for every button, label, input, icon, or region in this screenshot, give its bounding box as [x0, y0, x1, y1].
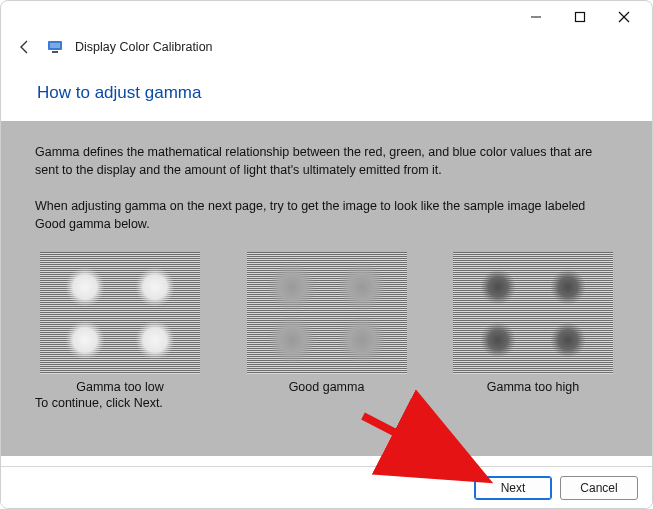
svg-point-18 [338, 263, 386, 311]
continue-instruction: To continue, click Next. [35, 394, 618, 412]
svg-point-20 [338, 316, 386, 364]
svg-rect-1 [576, 13, 585, 22]
svg-rect-16 [247, 252, 407, 374]
svg-point-12 [65, 320, 105, 360]
sample-gamma-good: Good gamma [242, 252, 412, 394]
intro-paragraph-1: Gamma defines the mathematical relations… [35, 143, 618, 179]
gamma-samples-row: Gamma too low [35, 252, 618, 394]
page-heading: How to adjust gamma [1, 63, 652, 121]
svg-point-19 [268, 316, 316, 364]
sample-gamma-low-image [40, 252, 200, 374]
back-arrow-icon[interactable] [15, 37, 35, 57]
sample-gamma-good-caption: Good gamma [242, 380, 412, 394]
sample-gamma-high-image [453, 252, 613, 374]
sample-gamma-high-caption: Gamma too high [448, 380, 618, 394]
sample-gamma-low-caption: Gamma too low [35, 380, 205, 394]
svg-point-13 [135, 320, 175, 360]
next-button[interactable]: Next [474, 476, 552, 500]
svg-rect-9 [40, 252, 200, 374]
sample-gamma-low: Gamma too low [35, 252, 205, 394]
svg-point-11 [135, 267, 175, 307]
window-title: Display Color Calibration [75, 40, 213, 54]
content-area: Gamma defines the mathematical relations… [1, 121, 652, 456]
window-titlebar [1, 1, 652, 33]
svg-point-25 [550, 269, 586, 305]
wizard-header: Display Color Calibration [1, 33, 652, 63]
next-button-label: Next [501, 481, 526, 495]
display-calibration-icon [47, 39, 63, 55]
sample-gamma-good-image [247, 252, 407, 374]
svg-point-26 [480, 322, 516, 358]
svg-rect-5 [50, 43, 60, 48]
svg-point-17 [268, 263, 316, 311]
intro-paragraph-2: When adjusting gamma on the next page, t… [35, 197, 618, 233]
maximize-icon[interactable] [558, 3, 602, 31]
cancel-button[interactable]: Cancel [560, 476, 638, 500]
close-icon[interactable] [602, 3, 646, 31]
cancel-button-label: Cancel [580, 481, 617, 495]
svg-point-27 [550, 322, 586, 358]
svg-point-10 [65, 267, 105, 307]
svg-rect-6 [52, 51, 58, 53]
sample-gamma-high: Gamma too high [448, 252, 618, 394]
wizard-button-bar: Next Cancel [1, 466, 652, 508]
minimize-icon[interactable] [514, 3, 558, 31]
svg-rect-23 [453, 252, 613, 374]
svg-point-24 [480, 269, 516, 305]
